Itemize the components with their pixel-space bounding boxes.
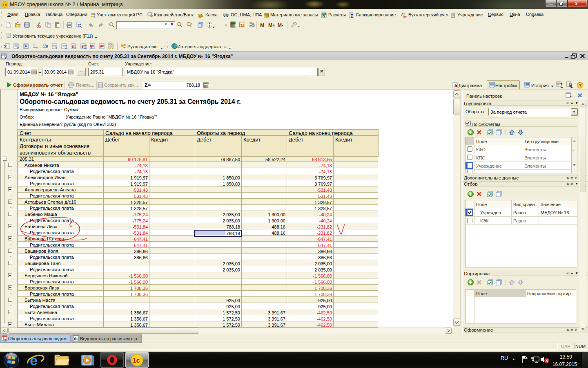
svg-text:Σ: Σ [91,46,93,49]
svg-text:T: T [36,46,38,49]
svg-text:?: ? [579,83,582,88]
svg-text:T: T [4,56,7,59]
svg-text:T: T [17,46,19,49]
svg-text:дк: дк [100,44,104,48]
svg-text:1с: 1с [132,357,140,364]
svg-text:31: 31 [241,23,245,27]
svg-text:Σ: Σ [4,44,7,49]
svg-text:T: T [4,339,7,341]
svg-text:Кт: Кт [403,16,407,18]
svg-text:Σ: Σ [351,13,354,18]
svg-text:1с: 1с [3,3,7,7]
svg-text:T: T [55,46,57,49]
svg-text:e: e [30,353,38,368]
svg-text:T: T [74,46,76,49]
